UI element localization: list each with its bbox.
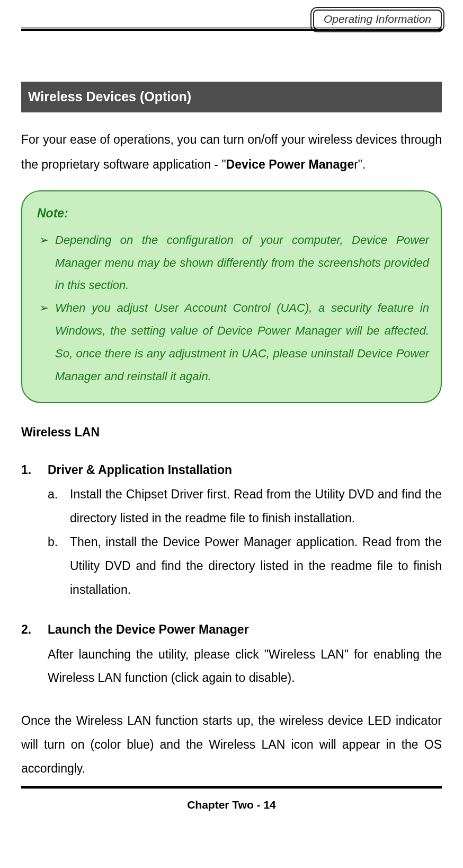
substep-text: Then, install the Device Power Manager a… — [70, 530, 442, 602]
top-rule — [21, 28, 442, 31]
substep: b. Then, install the Device Power Manage… — [48, 530, 442, 602]
step-number: 2. — [21, 617, 37, 642]
note-list: ➢Depending on the configuration of your … — [37, 229, 429, 388]
intro-post: r". — [354, 157, 366, 171]
bullet-arrow-icon: ➢ — [39, 229, 49, 252]
header-row: Operating Information — [21, 7, 442, 29]
subheading: Wireless LAN — [21, 420, 442, 445]
step-2-body: After launching the utility, please clic… — [21, 643, 442, 690]
page-footer: Chapter Two - 14 — [0, 799, 463, 811]
step-title: Driver & Application Installation — [48, 458, 232, 483]
step-1: 1. Driver & Application Installation a. … — [21, 458, 442, 601]
numbered-list: 1. Driver & Application Installation a. … — [21, 458, 442, 690]
bottom-rule — [21, 786, 442, 789]
step-2-heading: 2. Launch the Device Power Manager — [21, 617, 442, 642]
step-1-heading: 1. Driver & Application Installation — [21, 458, 442, 483]
step-number: 1. — [21, 458, 37, 483]
intro-paragraph: For your ease of operations, you can tur… — [21, 127, 442, 177]
note-item: ➢When you adjust User Account Control (U… — [39, 297, 429, 388]
header-badge: Operating Information — [313, 10, 442, 30]
closing-paragraph: Once the Wireless LAN function starts up… — [21, 709, 442, 781]
substep: a. Install the Chipset Driver first. Rea… — [48, 483, 442, 530]
substep-text: Install the Chipset Driver first. Read f… — [70, 483, 442, 530]
bullet-arrow-icon: ➢ — [39, 297, 49, 320]
step-1-substeps: a. Install the Chipset Driver first. Rea… — [21, 483, 442, 601]
substep-letter: b. — [48, 530, 60, 602]
note-title: Note: — [37, 201, 429, 226]
step-2: 2. Launch the Device Power Manager After… — [21, 617, 442, 690]
note-item: ➢Depending on the configuration of your … — [39, 229, 429, 297]
note-item-text: Depending on the configuration of your c… — [55, 233, 429, 292]
note-item-text: When you adjust User Account Control (UA… — [55, 301, 429, 383]
note-box: Note: ➢Depending on the configuration of… — [21, 190, 442, 403]
section-title: Wireless Devices (Option) — [21, 82, 442, 112]
content: Wireless Devices (Option) For your ease … — [21, 29, 442, 781]
step-title: Launch the Device Power Manager — [48, 617, 249, 642]
page: Operating Information Wireless Devices (… — [0, 0, 463, 827]
substep-letter: a. — [48, 483, 60, 530]
intro-bold: Device Power Manage — [226, 157, 354, 171]
